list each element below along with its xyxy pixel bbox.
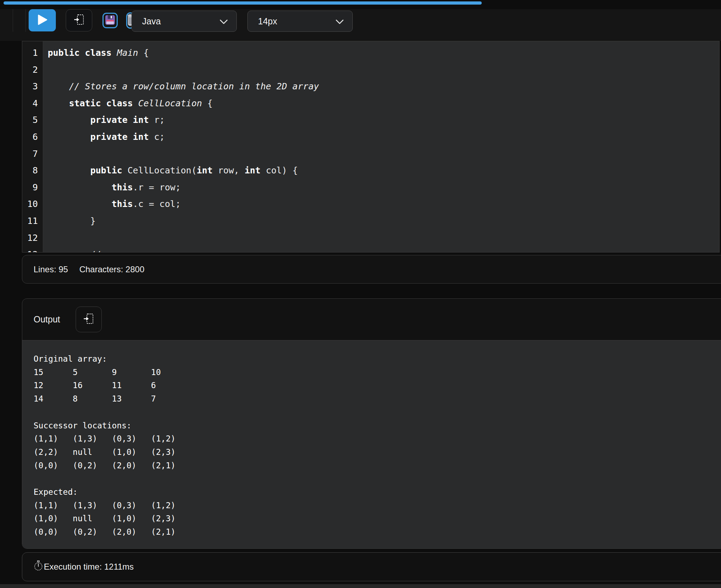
line-number-gutter: 12345678910111213 (22, 41, 43, 252)
code-line (48, 230, 719, 247)
code-line: public class Main { (48, 44, 719, 61)
code-playground-page: Java 14px 12345678910111213 public class… (0, 0, 721, 588)
font-size-select-value: 14px (258, 16, 277, 26)
line-number: 7 (22, 145, 38, 162)
copy-output-button[interactable] (76, 307, 102, 332)
code-line: this.c = col; (48, 196, 719, 213)
line-number: 12 (22, 230, 38, 247)
line-number: 13 (22, 246, 38, 253)
code-line: this.r = row; (48, 179, 719, 196)
code-line: static class CellLocation { (48, 95, 719, 112)
program-output: Original array: 15 5 9 10 12 16 11 6 14 … (22, 340, 721, 539)
characters-count: Characters: 2800 (79, 265, 144, 274)
bottom-edge-strip (0, 584, 721, 588)
code-line: private int c; (48, 129, 719, 145)
code-line: // ... (48, 246, 719, 252)
code-line (48, 145, 719, 162)
editor-status-bar: Lines: 95 Characters: 2800 (22, 255, 721, 284)
execution-time-text: Execution time: 1211ms (44, 562, 134, 572)
code-line: } (48, 213, 719, 230)
line-number: 11 (22, 213, 38, 230)
copy-code-button[interactable] (66, 9, 92, 31)
line-number: 8 (22, 162, 38, 179)
language-select-value: Java (142, 16, 161, 26)
toolbar: Java 14px (0, 9, 721, 41)
floppy-disk-icon (105, 14, 116, 26)
line-number: 10 (22, 196, 38, 213)
language-select[interactable]: Java (131, 11, 237, 32)
line-number: 6 (22, 129, 38, 145)
toolbar-divider (13, 9, 13, 32)
lines-count: Lines: 95 (34, 265, 68, 274)
chevron-down-icon (335, 16, 344, 26)
output-title: Output (34, 314, 60, 325)
chevron-down-icon (219, 16, 228, 26)
code-line: private int r; (48, 112, 719, 129)
line-number: 1 (22, 44, 38, 61)
code-editor[interactable]: 12345678910111213 public class Main { //… (22, 41, 720, 253)
code-line: // Stores a row/column location in the 2… (48, 78, 719, 95)
code-line: public CellLocation(int row, int col) { (48, 162, 719, 179)
run-button[interactable] (29, 9, 56, 31)
copy-icon (83, 313, 94, 326)
save-button[interactable] (102, 13, 118, 28)
output-content: Original array: 15 5 9 10 12 16 11 6 14 … (22, 340, 721, 548)
line-number: 4 (22, 95, 38, 112)
line-number: 3 (22, 78, 38, 95)
toolbar-divider (25, 9, 26, 32)
play-icon (37, 14, 47, 26)
execution-time-bar: Execution time: 1211ms (22, 552, 721, 581)
copy-icon (74, 14, 84, 26)
output-header: Output (22, 299, 721, 340)
horizontal-scrollbar-thumb[interactable] (4, 1, 482, 5)
output-panel: Output Original array: 15 5 9 10 12 16 1… (22, 298, 721, 549)
line-number: 5 (22, 112, 38, 129)
font-size-select[interactable]: 14px (247, 11, 353, 32)
line-number: 2 (22, 61, 38, 78)
line-number: 9 (22, 179, 38, 196)
code-line (48, 61, 719, 78)
code-lines[interactable]: public class Main { // Stores a row/colu… (43, 41, 719, 252)
stopwatch-icon (34, 560, 43, 573)
